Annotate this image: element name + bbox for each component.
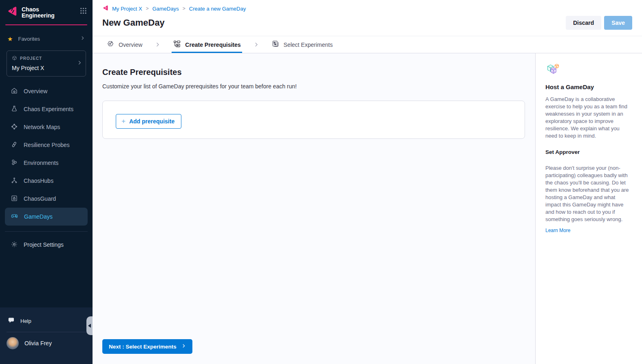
breadcrumb-separator: > bbox=[146, 6, 149, 11]
sidebar-item-project-settings[interactable]: Project Settings bbox=[5, 236, 88, 254]
network-icon bbox=[11, 123, 18, 132]
app-title: Chaos Engineering bbox=[22, 6, 55, 19]
app-root: Chaos Engineering ★ Favorites PROJECT My… bbox=[0, 0, 642, 364]
hexagon-gear-icon bbox=[106, 40, 115, 49]
help-panel-section-body: Please don't surprise your (non-particip… bbox=[545, 164, 632, 223]
nodes-icon bbox=[11, 177, 18, 185]
header-actions: Discard Save bbox=[566, 16, 632, 30]
breadcrumb-separator: > bbox=[183, 6, 185, 11]
user-menu[interactable]: Olivia Frey bbox=[0, 332, 93, 349]
work-area: Create Prerequisites Customize your list… bbox=[93, 53, 535, 364]
sidebar-item-chaos-experiments[interactable]: Chaos Experiments bbox=[5, 100, 88, 118]
tab-create-prerequisites[interactable]: Create Prerequisites bbox=[172, 36, 242, 53]
chevron-right-icon bbox=[77, 60, 82, 67]
chevron-right-icon bbox=[154, 36, 161, 53]
breadcrumb: My Project X > GameDays > Create a new G… bbox=[102, 5, 632, 12]
add-prerequisite-button[interactable]: + Add prerequisite bbox=[116, 114, 181, 129]
plus-icon: + bbox=[121, 118, 126, 125]
sidebar-item-resilience-probes[interactable]: Resilience Probes bbox=[5, 136, 88, 154]
next-select-experiments-button[interactable]: Next : Select Experiments bbox=[102, 339, 192, 354]
sidebar-favorites[interactable]: ★ Favorites bbox=[2, 30, 91, 47]
tab-overview[interactable]: Overview bbox=[105, 36, 143, 53]
project-label: PROJECT bbox=[12, 55, 81, 61]
project-name: My Project X bbox=[12, 65, 81, 71]
discard-button[interactable]: Discard bbox=[566, 16, 601, 30]
chevron-right-icon bbox=[181, 343, 186, 350]
sidebar-nav: Overview Chaos Experiments Network Maps … bbox=[5, 82, 88, 226]
help-panel-section-title: Set Approver bbox=[545, 149, 632, 155]
sidebar-divider bbox=[5, 231, 88, 232]
app-grid-icon[interactable] bbox=[80, 7, 87, 15]
cube-icon bbox=[12, 55, 17, 61]
sidebar-item-environments[interactable]: Environments bbox=[5, 154, 88, 172]
breadcrumb-link-gamedays[interactable]: GameDays bbox=[152, 6, 179, 12]
brand-accent-line bbox=[5, 24, 87, 25]
hexagons-icon bbox=[11, 159, 18, 167]
sidebar-item-chaoshubs[interactable]: ChaosHubs bbox=[5, 172, 88, 190]
main-area: My Project X > GameDays > Create a new G… bbox=[93, 0, 642, 364]
breadcrumb-link-project[interactable]: My Project X bbox=[112, 6, 142, 12]
star-icon: ★ bbox=[7, 36, 13, 42]
isometric-cubes-icon bbox=[545, 70, 560, 77]
help-chat-icon: ? bbox=[8, 317, 15, 325]
content: Create Prerequisites Customize your list… bbox=[93, 53, 642, 364]
svg-text:?: ? bbox=[11, 318, 12, 322]
section-subheading: Customize your list of GameDay prerequis… bbox=[102, 83, 525, 90]
home-icon bbox=[11, 87, 18, 96]
chevron-right-icon bbox=[80, 35, 85, 42]
gear-icon bbox=[11, 241, 18, 249]
learn-more-link[interactable]: Learn More bbox=[545, 228, 570, 233]
chevron-right-icon bbox=[253, 36, 259, 53]
save-button[interactable]: Save bbox=[604, 16, 632, 30]
page-title: New GameDay bbox=[102, 18, 165, 28]
help-panel: Host a GameDay A GameDay is a collaborat… bbox=[535, 53, 642, 364]
flask-icon bbox=[11, 105, 18, 114]
experiment-cards-icon bbox=[271, 40, 280, 49]
prerequisites-card: + Add prerequisite bbox=[102, 101, 525, 139]
sidebar-item-network-maps[interactable]: Network Maps bbox=[5, 118, 88, 136]
sidebar-item-overview[interactable]: Overview bbox=[5, 82, 88, 100]
sidebar-bottom: ? Help Olivia Frey bbox=[0, 307, 93, 364]
tab-select-experiments[interactable]: Select Experiments bbox=[270, 36, 334, 53]
chevron-left-icon bbox=[88, 324, 91, 328]
page-header: My Project X > GameDays > Create a new G… bbox=[93, 0, 642, 36]
probe-icon bbox=[11, 141, 18, 149]
sidebar-header: Chaos Engineering bbox=[0, 0, 93, 22]
sidebar-item-chaosguard[interactable]: ChaosGuard bbox=[5, 190, 88, 208]
help-button[interactable]: ? Help bbox=[0, 313, 93, 329]
sidebar: Chaos Engineering ★ Favorites PROJECT My… bbox=[0, 0, 93, 364]
project-selector[interactable]: PROJECT My Project X bbox=[7, 50, 86, 77]
chaos-engineering-logo-icon bbox=[7, 6, 18, 18]
title-row: New GameDay Discard Save bbox=[102, 16, 632, 36]
help-panel-title: Host a GameDay bbox=[545, 83, 632, 90]
help-panel-intro: A GameDay is a collaborative exercise to… bbox=[545, 96, 632, 140]
gamepad-icon bbox=[11, 212, 18, 221]
sidebar-item-gamedays[interactable]: GameDays bbox=[5, 208, 88, 226]
user-name: Olivia Frey bbox=[24, 340, 52, 346]
breadcrumb-link-create-gameday[interactable]: Create a new GameDay bbox=[189, 6, 246, 12]
sidebar-collapse-handle[interactable] bbox=[86, 316, 93, 335]
user-avatar bbox=[7, 337, 19, 349]
harness-mini-logo-icon bbox=[102, 5, 108, 12]
flow-icon bbox=[173, 40, 181, 49]
favorites-label: Favorites bbox=[18, 36, 40, 42]
lock-icon bbox=[11, 195, 18, 203]
section-heading: Create Prerequisites bbox=[102, 68, 525, 77]
wizard-tabbar: Overview Create Prerequisites Select Exp… bbox=[93, 36, 642, 53]
